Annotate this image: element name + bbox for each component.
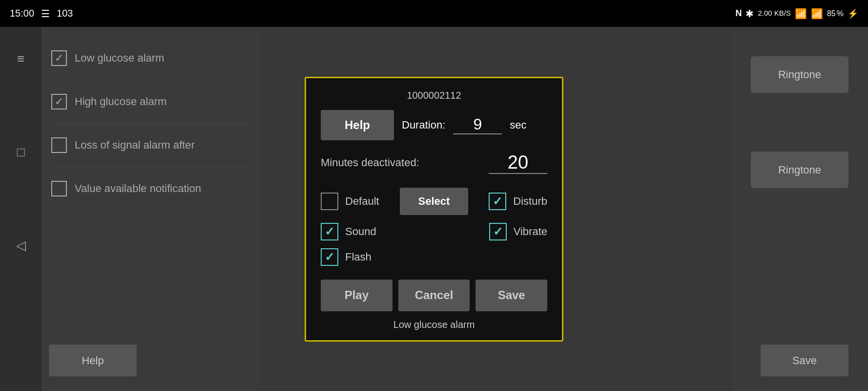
cancel-button[interactable]: Cancel	[398, 280, 470, 311]
nav-sidebar: ≡ □ ◁	[0, 27, 41, 391]
alarm-label-loss-signal: Loss of signal alarm after	[75, 139, 195, 152]
status-message-icon: ☰	[41, 8, 50, 20]
disturb-label: Disturb	[513, 195, 547, 208]
alarm-item-value-available[interactable]: Value available notification	[51, 167, 251, 210]
help-button-modal[interactable]: Help	[321, 110, 394, 140]
ringtone-button-1[interactable]: Ringtone	[751, 56, 848, 93]
ringtone-button-2[interactable]: Ringtone	[751, 152, 848, 188]
checkbox-low-glucose[interactable]: ✓	[51, 50, 67, 66]
sound-label: Sound	[345, 225, 376, 238]
square-icon[interactable]: □	[17, 145, 25, 160]
alarm-item-high-glucose[interactable]: ✓ High glucose alarm	[51, 80, 251, 124]
save-button-right[interactable]: Save	[761, 345, 848, 376]
network-speed: 2.00 KB/S	[758, 9, 791, 18]
default-checkbox-row: Default	[321, 193, 379, 210]
checkbox-loss-signal[interactable]	[51, 137, 67, 153]
checkbox-high-glucose[interactable]: ✓	[51, 94, 67, 109]
alarm-list: ✓ Low glucose alarm ✓ High glucose alarm…	[41, 27, 261, 391]
bluetooth-icon: ✱	[745, 8, 754, 20]
alarm-label-value-available: Value available notification	[75, 182, 201, 195]
status-bar: 15:00 ☰ 103 N ✱ 2.00 KB/S 📶 📶 85 % ⚡	[0, 0, 868, 27]
default-label: Default	[345, 195, 379, 208]
back-icon[interactable]: ◁	[16, 238, 26, 253]
select-button[interactable]: Select	[400, 188, 468, 215]
duration-input[interactable]	[453, 115, 502, 134]
help-button-bottom[interactable]: Help	[49, 345, 137, 376]
modal-action-buttons: Play Cancel Save	[321, 280, 547, 311]
modal-row-duration: Help Duration: sec	[321, 110, 547, 140]
alarm-item-low-glucose[interactable]: ✓ Low glucose alarm	[51, 37, 251, 80]
sound-checkbox[interactable]: ✓	[321, 223, 338, 240]
menu-icon[interactable]: ≡	[17, 51, 24, 66]
nfc-icon: N	[735, 8, 742, 19]
disturb-checkbox[interactable]: ✓	[489, 193, 506, 210]
modal-middle-row: Default Select ✓ Disturb	[321, 188, 547, 215]
battery-indicator: 85 %	[827, 9, 844, 18]
duration-unit: sec	[510, 119, 526, 131]
vibrate-checkbox[interactable]: ✓	[489, 223, 507, 240]
modal-row-minutes: Minutes deactivated:	[321, 152, 547, 174]
alarm-label-high-glucose: High glucose alarm	[75, 95, 166, 108]
right-panel: Ringtone Ringtone	[731, 27, 868, 391]
alarm-id: 1000002112	[321, 90, 547, 101]
play-button[interactable]: Play	[321, 280, 393, 311]
checkbox-value-available[interactable]	[51, 181, 67, 196]
vibrate-label: Vibrate	[514, 225, 547, 238]
minutes-label: Minutes deactivated:	[321, 156, 419, 169]
alarm-item-loss-signal[interactable]: Loss of signal alarm after	[51, 124, 251, 167]
wifi-icon: 📶	[795, 8, 807, 20]
battery-percent: 85	[827, 9, 836, 18]
charge-icon: ⚡	[847, 8, 858, 19]
modal-footer: Low glucose alarm	[321, 319, 547, 330]
flash-checkbox-row: ✓ Flash	[321, 248, 547, 266]
alarm-settings-modal: 1000002112 Help Duration: sec Minutes de…	[305, 77, 563, 342]
signal-icon: 📶	[811, 8, 823, 20]
duration-label: Duration:	[402, 119, 445, 131]
status-message-count: 103	[57, 8, 73, 19]
minutes-input[interactable]	[489, 152, 547, 174]
default-checkbox[interactable]	[321, 193, 338, 210]
disturb-checkbox-row: ✓ Disturb	[489, 193, 547, 210]
save-button-modal[interactable]: Save	[475, 280, 547, 311]
alarm-label-low-glucose: Low glucose alarm	[75, 52, 164, 65]
status-time: 15:00	[10, 8, 34, 19]
sound-checkbox-row: ✓ Sound	[321, 223, 376, 240]
flash-checkbox[interactable]: ✓	[321, 248, 338, 266]
flash-label: Flash	[345, 251, 372, 263]
vibrate-checkbox-row: ✓ Vibrate	[489, 223, 547, 240]
